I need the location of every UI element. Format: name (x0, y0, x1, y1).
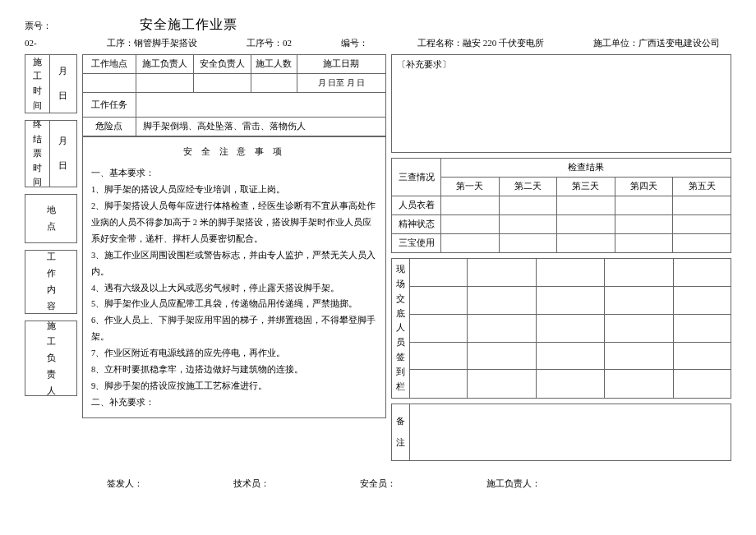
note-p8: 8、立杆时要抓稳拿牢，边搭边做好与建筑物的连接。 (91, 362, 377, 378)
process-no-label: 工序号： (247, 38, 283, 48)
footer-issuer: 签发人： (107, 477, 143, 490)
right-column: 〔补充要求〕 三查情况 检查结果 第一天 第二天 第三天 第四天 第五天 人员衣… (391, 54, 731, 461)
check-situation: 三查情况 (392, 159, 441, 196)
unit-label: 施工单位： (593, 38, 638, 48)
row-dress: 人员衣着 (392, 196, 441, 215)
unit-value: 广西送变电建设公司 (638, 38, 720, 48)
sub-number: 02- (25, 38, 107, 48)
footer-safety: 安全员： (360, 477, 396, 490)
safety-title: 安 全 注 意 事 项 (91, 144, 377, 160)
note-h2: 二、补充要求： (91, 394, 377, 411)
note-h1: 一、基本要求： (91, 165, 377, 182)
note-p2: 2、脚手架搭设人员每年应进行体格检查，经医生诊断有不宜从事高处作业病的人员不得参… (91, 198, 377, 247)
cell-place[interactable] (83, 74, 136, 93)
process-value: 钢管脚手架搭设 (134, 38, 197, 48)
cell[interactable] (615, 196, 673, 215)
note-p5: 5、脚手架作业人员应配带工具袋，传递物品用传递绳，严禁抛掷。 (91, 296, 377, 312)
day1: 第一天 (441, 178, 500, 196)
cell[interactable] (557, 234, 615, 253)
cell[interactable] (499, 196, 557, 215)
col-date: 施工日期 (297, 55, 385, 74)
remark-body[interactable] (410, 404, 731, 460)
location-label: 地点 (25, 194, 77, 243)
safety-notes: 安 全 注 意 事 项 一、基本要求： 1、脚手架的搭设人员应经专业培训，取证上… (83, 136, 385, 417)
construct-time-label: 施工时间 施工时间 (25, 55, 50, 113)
sign-grid[interactable] (410, 259, 731, 398)
task-label: 工作任务 (83, 93, 136, 118)
task-value[interactable] (136, 93, 385, 118)
remark-label: 备注 (392, 404, 410, 460)
note-p4: 4、遇有六级及以上大风或恶劣气候时，停止露天搭设脚手架。 (91, 280, 377, 297)
cell[interactable] (557, 196, 615, 215)
col-count: 施工人数 (251, 55, 297, 74)
col-safety: 安全负责人 (193, 55, 251, 74)
note-p3: 3、施工作业区周围设围栏或警告标志，并由专人监护，严禁无关人员入内。 (91, 247, 377, 280)
cell-date[interactable]: 月 日至 月 日 (297, 74, 385, 93)
process-label: 工序： (107, 38, 134, 48)
danger-label: 危险点 (83, 118, 136, 136)
construct-time-value: 月日 (50, 55, 75, 113)
code-label: 编号： (341, 37, 368, 49)
remark-block: 备注 (391, 404, 731, 461)
day5: 第五天 (673, 178, 731, 196)
end-time-value: 月日 (50, 121, 75, 187)
row-sanbao: 三宝使用 (392, 234, 441, 253)
ticket-number-label: 票号： (25, 20, 107, 32)
note-p1: 1、脚手架的搭设人员应经专业培训，取证上岗。 (91, 182, 377, 198)
note-p6: 6、作业人员上、下脚手架应用牢固的梯子，并绑置稳固，不得攀登脚手架。 (91, 312, 377, 345)
supplement-box[interactable]: 〔补充要求〕 (391, 54, 731, 153)
project-value: 融安 220 千伏变电所 (463, 38, 544, 48)
col-leader: 施工负责人 (136, 55, 193, 74)
work-header-table: 工作地点 施工负责人 安全负责人 施工人数 施工日期 月 日至 月 日 工作任务… (83, 55, 385, 136)
project-label: 工程名称： (417, 38, 463, 48)
cell[interactable] (673, 196, 731, 215)
cell[interactable] (441, 196, 500, 215)
construct-leader-label: 施工负责人 (25, 321, 77, 396)
note-p7: 7、作业区附近有电源线路的应先停电，再作业。 (91, 345, 377, 362)
footer: 签发人： 技术员： 安全员： 施工负责人： (25, 477, 731, 490)
row-spirit: 精神状态 (392, 215, 441, 234)
cell[interactable] (499, 215, 557, 234)
supplement-label: 〔补充要求〕 (397, 59, 451, 69)
cell-leader[interactable] (136, 74, 193, 93)
footer-leader: 施工负责人： (486, 477, 541, 490)
sign-block: 现场交底人员签到栏 (391, 258, 731, 399)
middle-column: 工作地点 施工负责人 安全负责人 施工人数 施工日期 月 日至 月 日 工作任务… (82, 54, 386, 418)
note-p9: 9、脚步手架的搭设应按施工工艺标准进行。 (91, 378, 377, 394)
cell[interactable] (673, 215, 731, 234)
process-no-value: 02 (283, 38, 292, 48)
check-result: 检查结果 (441, 159, 731, 178)
day4: 第四天 (615, 178, 673, 196)
cell[interactable] (615, 215, 673, 234)
check-table: 三查情况 检查结果 第一天 第二天 第三天 第四天 第五天 人员衣着 精神状态 … (391, 158, 731, 253)
cell[interactable] (441, 234, 500, 253)
cell[interactable] (499, 234, 557, 253)
danger-value: 脚手架倒塌、高处坠落、雷击、落物伤人 (136, 118, 385, 136)
sign-label: 现场交底人员签到栏 (392, 259, 410, 398)
cell[interactable] (557, 215, 615, 234)
footer-tech: 技术员： (233, 477, 270, 490)
left-column: 施工时间 施工时间 月日 终结票时间 月日 地点 工作内容 施工负责人 (25, 54, 77, 396)
end-time-label: 终结票时间 (25, 121, 50, 187)
col-place: 工作地点 (83, 55, 136, 74)
cell-safety[interactable] (193, 74, 251, 93)
page-title: 安全施工作业票 (140, 16, 237, 34)
work-content-label: 工作内容 (25, 250, 77, 314)
cell[interactable] (615, 234, 673, 253)
cell[interactable] (441, 215, 500, 234)
cell-count[interactable] (251, 74, 297, 93)
cell[interactable] (673, 234, 731, 253)
day2: 第二天 (499, 178, 557, 196)
day3: 第三天 (557, 178, 615, 196)
